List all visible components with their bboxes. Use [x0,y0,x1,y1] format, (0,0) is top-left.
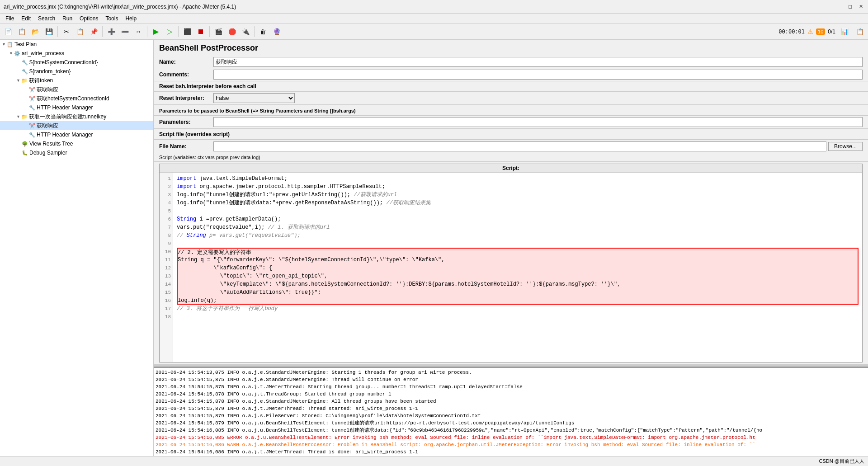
paste-button[interactable]: 📌 [87,25,100,38]
tree-item-get-response-2[interactable]: ✂️获取响应 [0,121,153,130]
tree-arrow: ▼ [16,114,20,119]
log-line: 2021-06-24 15:54:13,075 INFO o.a.j.e.Sta… [156,369,866,376]
code-line-3[interactable]: log.info("tunnel创建的请求data:"+prev.getResp… [177,199,859,207]
tree-container: ▼📋Test Plan▼⚙️ari_wirte_process🔧${hotelS… [0,40,153,157]
log-line: 2021-06-24 15:54:15,879 INFO o.a.j.t.JMe… [156,405,866,412]
remote-stop-button[interactable]: 🛑 [226,25,238,38]
copy-button[interactable]: 📋 [74,25,86,38]
script-file-label: Script file (overrides script) [159,131,230,137]
stop-button[interactable]: ⬛ [181,25,193,38]
log-content[interactable]: 2021-06-24 15:54:13,075 INFO o.a.j.e.Sta… [154,368,868,460]
menu-search[interactable]: Search [34,14,59,23]
reset-interpreter-row: Reset Interpreter: False True [154,92,868,105]
shutdown-button[interactable]: ⏹ [194,25,207,38]
tree-item-view-results-tree[interactable]: 🌳View Results Tree [0,139,153,148]
tree-item-get-response-1[interactable]: ✂️获取响应 [0,85,153,94]
log-panel-toggle[interactable]: 📋 [854,25,866,38]
menu-file[interactable]: File [2,14,18,23]
tree-item-random-token[interactable]: 🔧${random_token} [0,67,153,76]
remote-exit-button[interactable]: 🔌 [239,25,252,38]
left-panel: ▼📋Test Plan▼⚙️ari_wirte_process🔧${hotelS… [0,40,154,466]
code-line-15[interactable]: log.info(q); [177,297,859,305]
file-name-row: File Name: Browse... [154,140,868,153]
tree-item-get-token[interactable]: ▼📁获得token [0,76,153,85]
clear-all-button[interactable]: 🗑 [257,25,269,38]
log-line: 2021-06-24 15:54:15,879 INFO o.a.j.s.Fil… [156,412,866,419]
tree-item-get-tunnel-key[interactable]: ▼📁获取一次当前响应创建tunnelkey [0,112,153,121]
code-line-16[interactable]: // 3. 将这个字符串作为 一行写入body [177,305,859,313]
line-num-7: 7 [161,223,171,231]
code-line-5[interactable]: String i =prev.getSamplerData(); [177,215,859,223]
code-line-14[interactable]: \"autoAddPartitions\": true}}"; [177,288,859,297]
code-line-7[interactable]: // String p= vars.get("requestvalue"); [177,231,859,240]
tree-item-http-header-mgr2[interactable]: 🔧HTTP Header Manager [0,130,153,139]
code-line-17[interactable] [177,313,859,321]
code-line-6[interactable]: vars.put("requestvalue",i); // i. 获取到请求的… [177,223,859,231]
tree-label: Debug Sampler [29,150,67,156]
menu-run[interactable]: Run [59,14,76,23]
tree-item-test-plan[interactable]: ▼📋Test Plan [0,40,153,49]
remote-start-button[interactable]: 🎬 [212,25,225,38]
tree-icon: 🔧 [22,69,28,75]
tree-icon: 📁 [21,114,28,120]
code-line-10[interactable]: String q = "{\"forwarderKey\": \"${hotel… [177,256,859,264]
line-num-6: 6 [161,215,171,223]
toolbar-right: 00:00:01 ⚠ 10 0/1 📊 📋 [778,25,866,38]
comments-input[interactable] [213,70,863,80]
menu-tools[interactable]: Tools [102,14,122,23]
toolbar: 📄 📋 📂 💾 ✂ 📋 📌 ➕ ➖ ↔ ▶ ▷ ⬛ ⏹ 🎬 🛑 🔌 🗑 🔮 00… [0,24,868,40]
name-input[interactable] [213,57,863,67]
template-button[interactable]: 📋 [15,25,28,38]
params-input[interactable] [213,117,863,127]
line-num-2: 2 [161,183,171,191]
collapse-button[interactable]: ➖ [118,25,131,38]
tree-label: 获取响应 [37,122,58,130]
minimize-button[interactable]: ─ [835,3,843,10]
tree-item-debug-sampler[interactable]: 🐛Debug Sampler [0,148,153,157]
tree-item-http-header-mgr[interactable]: 🔧HTTP Header Manager [0,103,153,112]
toggle-button[interactable]: ↔ [132,25,145,38]
tree-label: HTTP Header Manager [37,132,93,138]
browse-button[interactable]: Browse... [828,142,863,151]
start-button[interactable]: ▶ [150,25,162,38]
new-button[interactable]: 📄 [2,25,14,38]
code-line-0[interactable]: import java.text.SimpleDateFormat; [177,174,859,183]
sep4 [178,26,179,37]
code-line-1[interactable]: import org.apache.jmeter.protocol.http.s… [177,183,859,191]
tree-item-hotel-connection-id[interactable]: 🔧${hotelSystemConnectionId} [0,58,153,67]
code-line-8[interactable] [177,240,859,248]
start-no-pause-button[interactable]: ▷ [163,25,176,38]
log-line: 2021-06-24 15:54:15,878 INFO o.a.j.e.Sta… [156,398,866,405]
close-button[interactable]: ✕ [857,3,864,10]
reset-section: Reset bsh.Interpreter before each call [154,81,868,92]
menu-options[interactable]: Options [76,14,102,23]
maximize-button[interactable]: ◻ [846,3,854,10]
code-line-12[interactable]: \"topic\": \"rt_open_api_topic\", [177,272,859,280]
reset-interpreter-select[interactable]: False True [213,93,295,103]
script-content[interactable]: 123456789101112131415161718 import java.… [160,173,862,362]
file-name-input[interactable] [213,141,826,151]
line-numbers: 123456789101112131415161718 [160,173,173,362]
tree-label: Test Plan [14,41,37,47]
code-line-11[interactable]: \"kafkaConfig\": { [177,264,859,272]
code-line-4[interactable] [177,207,859,215]
tree-icon: ⚙️ [14,51,20,56]
code-line-13[interactable]: \"keyTemplate\": \"${params.hotelSystemC… [177,280,859,288]
function-helper-button[interactable]: 🔮 [270,25,283,38]
code-line-2[interactable]: log.info("tunnel创建的请求url:"+prev.getUrlAs… [177,191,859,199]
code-line-9[interactable]: // 2. 定义需要写入的字符串 [177,248,859,256]
menu-edit[interactable]: Edit [18,14,34,23]
cut-button[interactable]: ✂ [60,25,73,38]
tree-icon: 🔧 [22,60,28,66]
tree-item-get-hotel-conn[interactable]: ✂️获取hotelSystemConnectionId [0,94,153,103]
log-errors-button[interactable]: 📊 [838,25,851,38]
open-button[interactable]: 📂 [29,25,42,38]
tree-item-ari-write-process[interactable]: ▼⚙️ari_wirte_process [0,49,153,58]
menu-help[interactable]: Help [122,14,140,23]
code-editor[interactable]: import java.text.SimpleDateFormat;import… [173,173,862,362]
tree-icon: 🌳 [22,141,28,147]
save-button[interactable]: 💾 [42,25,55,38]
expand-button[interactable]: ➕ [105,25,118,38]
timer-display: 00:00:01 [778,28,805,35]
fraction-display: 0/1 [828,28,835,35]
